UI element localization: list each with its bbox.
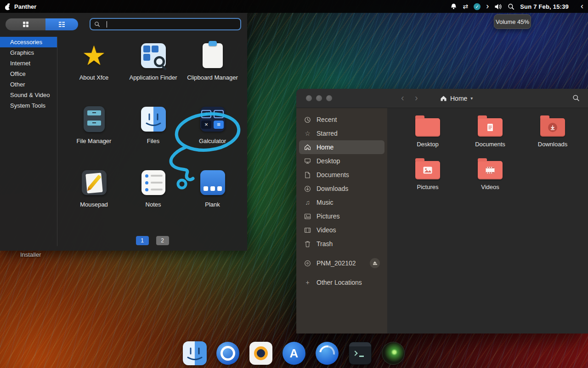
search-icon [94,21,100,27]
files-window: ‹ › Home ▾ Recent ☆ St [296,89,588,334]
app-finder-icon [139,41,168,70]
sidebar-label: Trash [317,240,333,247]
forward-button[interactable]: › [415,92,418,103]
folder-desktop[interactable]: Desktop [415,115,440,157]
category-office[interactable]: Office [0,69,57,79]
app-label: File Manager [77,138,112,144]
top-bar-right: ⇄ ✓ › Sun 7 Feb, 15:39 ‹ [450,3,583,10]
app-label: Plank [205,201,220,208]
sidebar-label: Home [317,144,334,151]
trash-icon [304,241,311,247]
chevron-left-icon[interactable]: ‹ [581,2,583,10]
sidebar-label: Downloads [317,185,348,192]
app-store-letter: A [290,346,299,361]
folder-downloads[interactable]: Downloads [538,115,567,157]
category-system-tools[interactable]: System Tools [0,100,57,111]
app-label: Application Finder [129,74,177,81]
files-content: Desktop Documents [387,108,588,334]
sidebar-item-starred[interactable]: ☆ Starred [299,126,384,140]
sidebar-label: Other Locations [317,279,362,286]
dock-camera-icon[interactable] [249,341,273,365]
folder-icon [415,118,440,137]
folder-icon [415,161,440,179]
app-files[interactable]: Files [124,105,183,168]
page-1-button[interactable]: 1 [136,236,149,245]
folder-label: Desktop [417,141,439,148]
updates-check-icon[interactable]: ✓ [474,3,481,10]
close-button[interactable] [306,95,312,101]
dock-browser-icon[interactable] [315,341,339,365]
app-label: Galculator [199,138,226,144]
network-arrows-icon[interactable]: ⇄ [463,3,468,10]
dock-screen-recorder-icon[interactable] [381,341,405,365]
paged-view-button[interactable] [45,18,78,30]
clipboard-icon [198,41,227,70]
sidebar-label: Documents [317,171,349,178]
maximize-button[interactable] [326,95,332,101]
folder-icon [540,118,565,137]
launcher-search-input[interactable] [90,18,241,30]
category-other[interactable]: Other [0,79,57,90]
dock-web-browser-icon[interactable] [216,341,240,365]
sidebar-label: Pictures [317,213,340,220]
app-launcher-panel: Accessories Graphics Internet Office Oth… [0,13,247,251]
sidebar-item-recent[interactable]: Recent [299,113,384,126]
files-search-button[interactable] [572,94,580,104]
search-icon[interactable] [508,3,514,10]
app-file-manager[interactable]: File Manager [64,105,124,168]
sidebar-item-pnm-drive[interactable]: PNM_202102 [299,256,384,270]
videos-icon [304,227,311,233]
sidebar-item-home[interactable]: Home [299,140,384,154]
folder-videos[interactable]: Videos [478,157,503,200]
eject-button[interactable] [370,258,380,268]
category-internet[interactable]: Internet [0,58,57,69]
sidebar-item-downloads[interactable]: Downloads [299,182,384,196]
app-plank[interactable]: Plank [183,168,242,232]
notifications-bell-icon[interactable] [450,3,457,10]
dock-terminal-icon[interactable] [348,341,372,365]
sidebar-item-videos[interactable]: Videos [299,223,384,237]
category-graphics[interactable]: Graphics [0,47,57,58]
dock-app-store-icon[interactable]: A [282,341,306,365]
folder-label: Documents [475,141,505,148]
sidebar-item-trash[interactable]: Trash [299,237,384,251]
sidebar-item-desktop[interactable]: Desktop [299,154,384,168]
app-mousepad[interactable]: Mousepad [64,168,124,232]
sidebar-item-music[interactable]: ♫ Music [299,196,384,209]
volume-icon[interactable] [494,3,502,10]
os-name[interactable]: Panther [14,3,36,10]
chevron-down-icon: ▾ [470,96,473,101]
folder-pictures[interactable]: Pictures [415,157,440,200]
download-glyph-icon [548,123,557,132]
folder-label: Pictures [417,184,439,190]
files-header-main: ‹ › Home ▾ [387,89,588,108]
chevron-right-icon[interactable]: › [486,2,489,10]
minimize-button[interactable] [316,95,322,101]
sidebar-item-documents[interactable]: Documents [299,168,384,182]
location-button[interactable]: Home ▾ [435,92,477,104]
app-clipboard-manager[interactable]: Clipboard Manager [183,41,242,105]
desktop-icon-installer[interactable]: Installer [20,251,41,258]
dock: A [183,341,405,365]
category-accessories[interactable]: Accessories [0,37,57,47]
document-icon [304,172,311,178]
video-glyph-icon [485,166,495,174]
grid-view-button[interactable] [6,18,45,30]
dock-files-icon[interactable] [183,341,207,365]
app-application-finder[interactable]: Application Finder [124,41,183,105]
pictures-icon [304,213,311,219]
page-2-button[interactable]: 2 [156,236,169,245]
sidebar-item-other-locations[interactable]: + Other Locations [299,276,384,289]
app-about-xfce[interactable]: ★ About Xfce [64,41,124,105]
clock[interactable]: Sun 7 Feb, 15:39 [520,3,569,10]
app-galculator[interactable]: + − × ≡ Galculator [183,105,242,168]
category-sound-video[interactable]: Sound & Video [0,90,57,100]
download-icon [304,185,311,192]
desktop-icon [304,158,311,164]
distro-logo-icon[interactable] [5,3,11,10]
sidebar-item-pictures[interactable]: Pictures [299,209,384,223]
category-list: Accessories Graphics Internet Office Oth… [0,37,57,246]
back-button[interactable]: ‹ [401,92,404,103]
folder-documents[interactable]: Documents [475,115,505,157]
app-notes[interactable]: Notes [124,168,183,232]
